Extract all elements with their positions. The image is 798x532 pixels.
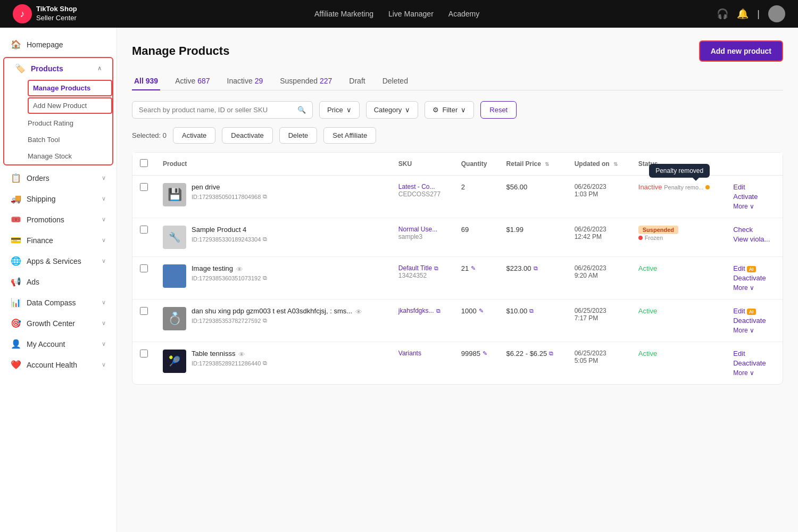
row-2-check-link[interactable]: Check [733,226,775,234]
row-1-product-name: pen drive [192,183,267,191]
main-content: Manage Products Add new product All 939 … [117,28,798,532]
tab-active[interactable]: Active 687 [173,72,212,90]
tab-deleted[interactable]: Deleted [380,72,410,90]
category-chevron-down-icon: ∨ [405,106,410,114]
edit-price-icon[interactable]: ⧉ [549,350,553,357]
copy-icon[interactable]: ⧉ [263,275,267,281]
add-new-product-button[interactable]: Add new product [699,40,783,62]
set-affiliate-button[interactable]: Set Affiliate [323,127,376,144]
row-4-quantity: 1000 [461,307,477,315]
row-2-sku: Normal Use... sample3 [398,226,446,240]
sidebar-item-shipping[interactable]: 🚚 Shipping ∨ [0,188,117,209]
row-1-edit-link[interactable]: Edit [733,183,775,191]
external-link-icon[interactable]: ⧉ [434,265,438,272]
copy-icon[interactable]: ⧉ [263,193,267,200]
deactivate-button[interactable]: Deactivate [222,127,272,144]
edit-price-icon[interactable]: ⧉ [534,265,538,272]
copy-icon[interactable]: ⧉ [263,236,267,243]
sidebar-item-my-account[interactable]: 👤 My Account ∨ [0,334,117,354]
copy-icon[interactable]: ⧉ [263,360,267,367]
category-dropdown[interactable]: Category ∨ [366,101,419,119]
price-dropdown[interactable]: Price ∨ [319,101,360,119]
growth-center-arrow: ∨ [102,320,106,327]
sidebar-item-account-health[interactable]: ❤️ Account Health ∨ [0,354,117,375]
row-5-checkbox[interactable] [140,350,148,358]
sidebar-label-my-account: My Account [27,340,96,348]
row-5-sku: Variants [398,350,446,357]
row-3-status: Active [638,264,657,272]
main-layout: 🏠 Homepage 🏷️ Products ∧ Manage Products… [0,28,798,532]
sidebar-sub-batch-tool[interactable]: Batch Tool [28,131,112,148]
row-1-product-info: pen drive ID:1729385050117804968 ⧉ [192,183,267,200]
filter-button[interactable]: ⚙ Filter ∨ [425,101,474,119]
row-4-more-link[interactable]: More ∨ [733,327,754,334]
row-1-checkbox[interactable] [140,183,148,191]
sidebar-label-growth-center: Growth Center [27,319,96,328]
row-4-checkbox[interactable] [140,307,148,315]
row-2-product-info: Sample Product 4 ID:1729385330189243304 … [192,226,267,243]
nav-live-manager[interactable]: Live Manager [388,10,434,18]
row-1-more-link[interactable]: More ∨ [733,203,754,210]
copy-icon[interactable]: ⧉ [263,317,267,324]
row-4-product-cell: 💍 dan shu xing pdp gzm003 t est A03sdkhf… [163,307,384,330]
sidebar-sub-add-new-product[interactable]: Add New Product [28,97,112,114]
row-4-edit-link[interactable]: Edit [733,307,745,315]
row-3-quantity: 21 [461,264,469,272]
separator: | [757,9,760,20]
search-input[interactable] [139,106,293,114]
sidebar-item-homepage[interactable]: 🏠 Homepage [0,34,117,55]
edit-qty-icon[interactable]: ✎ [471,265,476,272]
nav-affiliate-marketing[interactable]: Affiliate Marketing [314,10,373,18]
sidebar-item-promotions[interactable]: 🎟️ Promotions ∨ [0,209,117,230]
row-5-edit-link[interactable]: Edit [733,350,775,358]
search-icon: 🔍 [297,106,306,114]
activate-button[interactable]: Activate [173,127,215,144]
sidebar-item-apps-services[interactable]: 🌐 Apps & Services ∨ [0,251,117,271]
search-box[interactable]: 🔍 [132,101,313,119]
row-3-edit-link[interactable]: Edit [733,264,745,272]
sidebar-item-data-compass[interactable]: 📊 Data Compass ∨ [0,292,117,313]
row-5-price: $6.22 - $6.25 [506,350,547,358]
sidebar-sub-manage-products[interactable]: Manage Products [28,80,112,96]
tab-all[interactable]: All 939 [132,72,160,90]
sidebar-item-orders[interactable]: 📋 Orders ∨ [0,168,117,188]
row-5-more-link[interactable]: More ∨ [733,369,754,377]
external-link-icon[interactable]: ⧉ [436,307,440,314]
headset-icon[interactable]: 🎧 [717,8,728,20]
row-3-more-link[interactable]: More ∨ [733,284,754,292]
table-body: 💾 pen drive ID:1729385050117804968 ⧉ [132,176,783,385]
bulk-actions: Selected: 0 Activate Deactivate Delete S… [132,127,783,144]
tab-suspended[interactable]: Suspended 227 [278,72,334,90]
logo[interactable]: ♪ TikTok ShopSeller Center [13,4,77,23]
row-1-activate-link[interactable]: Activate [733,193,775,201]
sidebar-item-ads[interactable]: 📢 Ads [0,271,117,292]
tooltip-penalty-removed: Penalty removed [649,164,710,178]
sidebar-label-promotions: Promotions [27,215,96,224]
edit-qty-icon[interactable]: ✎ [483,350,487,357]
sidebar-sub-product-rating[interactable]: Product Rating [28,115,112,131]
bell-icon[interactable]: 🔔 [737,8,749,20]
edit-qty-icon[interactable]: ✎ [479,307,484,314]
tab-inactive[interactable]: Inactive 29 [225,72,265,90]
selected-count: 0 [163,131,167,139]
row-2-view-violation-link[interactable]: View viola... [733,235,775,243]
row-3-checkbox[interactable] [140,264,148,272]
row-3-deactivate-link[interactable]: Deactivate [733,274,775,282]
sidebar-item-products[interactable]: 🏷️ Products ∧ [4,58,112,79]
row-4-deactivate-link[interactable]: Deactivate [733,317,775,325]
row-5-deactivate-link[interactable]: Deactivate [733,359,775,367]
avatar[interactable] [768,5,785,22]
nav-academy[interactable]: Academy [448,10,479,18]
nav-right: 🎧 🔔 | [717,5,785,22]
reset-button[interactable]: Reset [480,101,517,119]
edit-price-icon[interactable]: ⧉ [529,307,534,314]
delete-button[interactable]: Delete [279,127,318,144]
sidebar-item-finance[interactable]: 💳 Finance ∨ [0,230,117,251]
tab-draft[interactable]: Draft [347,72,367,90]
row-2-checkbox[interactable] [140,226,148,234]
products-icon: 🏷️ [15,63,26,73]
sidebar-sub-manage-stock[interactable]: Manage Stock [28,148,112,164]
select-all-checkbox[interactable] [140,159,148,167]
sidebar-item-growth-center[interactable]: 🎯 Growth Center ∨ [0,313,117,334]
col-actions [726,153,783,176]
